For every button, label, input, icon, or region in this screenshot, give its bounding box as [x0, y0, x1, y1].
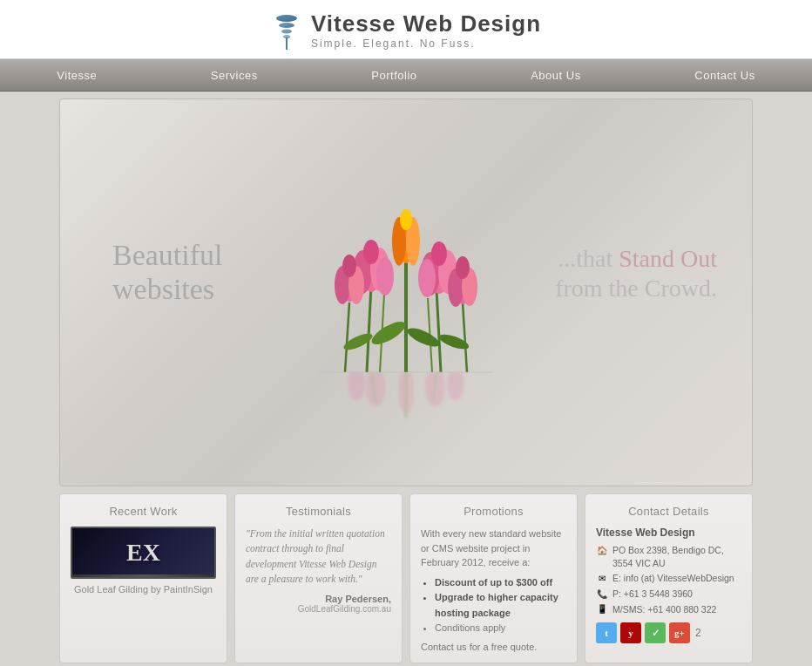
- contact-email-line: ✉ E: info (at) VitesseWebDesign: [596, 572, 741, 585]
- promo-list: Discount of up to $300 off Upgrade to hi…: [421, 575, 566, 636]
- hero-image: [284, 189, 528, 433]
- logo-subtitle: Simple. Elegant. No Fuss.: [311, 37, 541, 50]
- ex-logo-text: EX: [126, 539, 160, 567]
- svg-point-2: [281, 29, 292, 33]
- gplus-icon[interactable]: g+: [669, 622, 690, 643]
- email-icon: ✉: [596, 572, 608, 584]
- hero-right-line2: from the Crowd.: [555, 275, 717, 302]
- recent-work-title: Recent Work: [71, 505, 216, 518]
- contact-address-line: 🏠 PO Box 2398, Bendigo DC, 3554 VIC AU: [596, 544, 741, 569]
- contact-details-title: Contact Details: [596, 505, 741, 518]
- promotions-title: Promotions: [421, 505, 566, 518]
- promo-item-2: Upgrade to higher capacity hosting packa…: [435, 590, 566, 621]
- promo-item-3: Conditions apply: [435, 621, 566, 636]
- building-icon: 🏠: [596, 544, 608, 556]
- card-recent-work: Recent Work EX Gold Leaf Gilding by Pain…: [59, 493, 227, 663]
- svg-point-12: [369, 317, 409, 349]
- svg-point-36: [376, 257, 394, 296]
- hero-text-left: Beautiful websites Beautiful websites: [112, 238, 223, 375]
- contact-address: PO Box 2398, Bendigo DC, 3554 VIC AU: [612, 544, 741, 569]
- card-contact-details: Contact Details Vitesse Web Design 🏠 PO …: [585, 493, 753, 663]
- svg-point-43: [447, 372, 464, 400]
- svg-point-31: [431, 241, 447, 266]
- svg-point-42: [348, 372, 365, 400]
- hero-line1: Beautiful: [112, 238, 223, 274]
- svg-point-13: [405, 324, 442, 350]
- nav-item-about[interactable]: About Us: [504, 62, 606, 89]
- nav-item-services[interactable]: Services: [185, 62, 284, 89]
- card-testimonials: Testimonials "From the initial written q…: [234, 493, 403, 663]
- testimonial-company: GoldLeafGilding.com.au: [246, 604, 391, 614]
- svg-line-8: [345, 302, 349, 372]
- recent-work-caption: Gold Leaf Gilding by PaintInSign: [71, 584, 216, 595]
- svg-line-7: [436, 289, 441, 372]
- vitesse-logo-icon: [271, 11, 302, 50]
- svg-point-37: [418, 259, 436, 297]
- contact-mobile: M/SMS: +61 400 880 322: [612, 603, 716, 616]
- hero-line2: websites: [112, 274, 223, 307]
- contact-phone: P: +61 3 5448 3960: [612, 588, 693, 601]
- card-promotions: Promotions With every new standard websi…: [409, 493, 578, 663]
- contact-email: E: info (at) VitesseWebDesign: [612, 572, 734, 585]
- testimonials-title: Testimonials: [246, 505, 391, 518]
- logo-text: Vitesse Web Design Simple. Elegant. No F…: [311, 10, 541, 50]
- check-icon[interactable]: ✓: [645, 622, 666, 643]
- testimonial-quote: "From the initial written quotation cont…: [246, 527, 391, 587]
- mobile-icon: 📱: [596, 603, 608, 615]
- promo-item-1: Discount of up to $300 off: [435, 575, 566, 591]
- header: Vitesse Web Design Simple. Elegant. No F…: [0, 0, 812, 58]
- svg-point-0: [276, 15, 297, 22]
- svg-point-23: [363, 240, 379, 264]
- promo-intro: With every new standard website or CMS w…: [421, 527, 566, 570]
- contact-company: Vitesse Web Design: [596, 527, 741, 539]
- svg-point-19: [400, 209, 412, 230]
- hero-right-line1: ...that Stand Out: [555, 243, 717, 275]
- contact-mobile-line: 📱 M/SMS: +61 400 880 322: [596, 603, 741, 616]
- hero-inner: Beautiful websites Beautiful websites: [60, 99, 752, 486]
- nav-item-contact[interactable]: Contact Us: [668, 62, 781, 89]
- logo-title: Vitesse Web Design: [311, 10, 541, 37]
- social-count: 2: [695, 627, 701, 639]
- svg-point-27: [342, 255, 356, 277]
- testimonial-author: Ray Pedersen,: [246, 594, 391, 604]
- social-icons-row: t y ✓ g+ 2: [596, 622, 741, 643]
- phone-icon: 📞: [596, 588, 608, 600]
- hero-section: Beautiful websites Beautiful websites: [59, 99, 753, 486]
- svg-line-6: [367, 285, 371, 372]
- yelp-icon[interactable]: y: [620, 622, 641, 643]
- contact-phone-line: 📞 P: +61 3 5448 3960: [596, 588, 741, 601]
- main-nav: Vitesse Services Portfolio About Us Cont…: [0, 58, 812, 92]
- cards-row: Recent Work EX Gold Leaf Gilding by Pain…: [59, 493, 753, 666]
- twitter-icon[interactable]: t: [596, 622, 617, 643]
- svg-line-9: [463, 302, 467, 372]
- nav-item-vitesse[interactable]: Vitesse: [30, 62, 123, 89]
- svg-point-1: [279, 23, 294, 28]
- logo: Vitesse Web Design Simple. Elegant. No F…: [271, 10, 541, 50]
- hero-text-right: ...that Stand Out from the Crowd. ...tha…: [555, 243, 717, 367]
- nav-item-portfolio[interactable]: Portfolio: [345, 62, 443, 89]
- recent-work-image: EX: [71, 527, 216, 579]
- promo-contact: Contact us for a free quote.: [421, 642, 566, 652]
- svg-point-35: [456, 256, 470, 279]
